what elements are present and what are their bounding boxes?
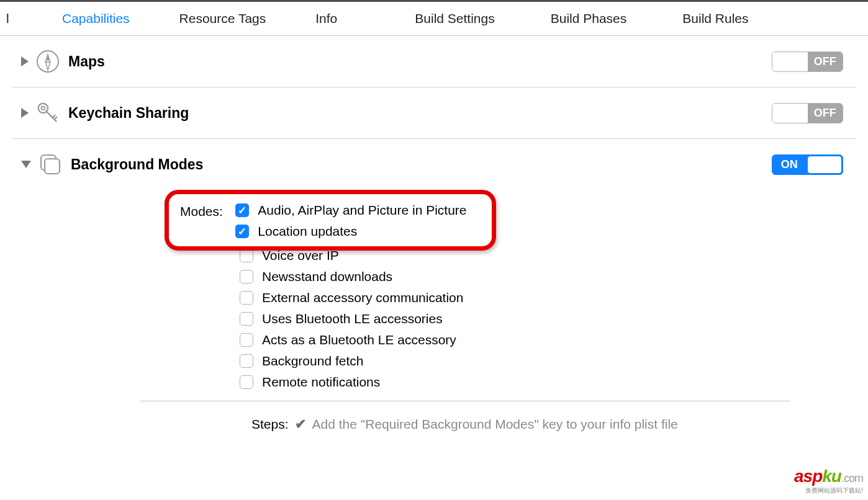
mode-row: Audio, AirPlay and Picture in Picture xyxy=(235,203,466,218)
mode-row: Remote notifications xyxy=(240,375,852,390)
checkmark-icon: ✔ xyxy=(295,416,306,432)
checkbox-voip[interactable] xyxy=(240,249,253,262)
mode-row: Uses Bluetooth LE accessories xyxy=(240,311,852,326)
tab-info[interactable]: Info xyxy=(309,11,343,26)
svg-point-4 xyxy=(42,107,45,110)
svg-marker-1 xyxy=(45,53,50,61)
checkbox-bt-uses[interactable] xyxy=(240,312,253,326)
tab-resource-tags[interactable]: Resource Tags xyxy=(173,11,273,26)
toggle-keychain[interactable]: OFF xyxy=(772,103,843,123)
modes-label: Modes: xyxy=(180,204,223,219)
watermark: aspku.com 免费网站源码下载站! xyxy=(794,467,863,495)
capability-title: Keychain Sharing xyxy=(68,105,772,122)
mode-label: Audio, AirPlay and Picture in Picture xyxy=(258,203,466,218)
checkbox-newsstand[interactable] xyxy=(240,270,253,283)
mode-row: Acts as a Bluetooth LE accessory xyxy=(240,333,852,347)
toggle-on-label: ON xyxy=(772,155,807,174)
mode-row: Location updates xyxy=(235,224,466,239)
tab-build-settings[interactable]: Build Settings xyxy=(409,11,500,26)
toggle-off-label: OFF xyxy=(808,104,843,123)
checkbox-audio[interactable] xyxy=(235,203,249,217)
disclosure-triangle-icon[interactable] xyxy=(21,161,31,168)
capability-title: Maps xyxy=(68,53,772,70)
toggle-off-label: OFF xyxy=(808,52,843,71)
tab-capabilities[interactable]: Capabilities xyxy=(56,11,136,26)
toggle-background-modes[interactable]: ON xyxy=(772,154,843,175)
steps-label: Steps: xyxy=(251,417,289,432)
toggle-maps[interactable]: OFF xyxy=(772,51,843,72)
steps-row: Steps: ✔ Add the "Required Background Mo… xyxy=(251,416,852,432)
mode-label: Remote notifications xyxy=(262,375,380,390)
tab-partial[interactable]: l xyxy=(0,11,12,26)
capability-maps-row: Maps OFF xyxy=(12,36,856,87)
checkbox-remote-notif[interactable] xyxy=(240,375,253,389)
mode-label: Uses Bluetooth LE accessories xyxy=(262,311,443,326)
disclosure-triangle-icon[interactable] xyxy=(21,108,29,118)
stacked-windows-icon xyxy=(37,151,63,177)
checkbox-external-accessory[interactable] xyxy=(240,291,253,305)
mode-row: External accessory communication xyxy=(240,290,852,305)
capability-keychain-row: Keychain Sharing OFF xyxy=(12,87,856,139)
mode-label: Acts as a Bluetooth LE accessory xyxy=(262,333,456,347)
mode-label: Newsstand downloads xyxy=(262,269,392,284)
mode-row: Background fetch xyxy=(240,354,852,368)
mode-label: External accessory communication xyxy=(262,290,463,305)
capability-background-modes-row: Background Modes ON xyxy=(12,139,856,190)
key-icon xyxy=(35,100,61,126)
svg-marker-2 xyxy=(45,61,50,70)
steps-text: Add the "Required Background Modes" key … xyxy=(312,417,678,432)
background-modes-detail: Modes: Audio, AirPlay and Picture in Pic… xyxy=(78,190,852,432)
mode-row: Newsstand downloads xyxy=(240,269,852,284)
highlight-annotation: Modes: Audio, AirPlay and Picture in Pic… xyxy=(165,190,496,251)
capability-title: Background Modes xyxy=(71,156,772,173)
tabs-bar: l Capabilities Resource Tags Info Build … xyxy=(0,2,868,36)
svg-rect-6 xyxy=(45,159,60,174)
tab-build-phases[interactable]: Build Phases xyxy=(545,11,633,26)
tab-build-rules[interactable]: Build Rules xyxy=(676,11,754,26)
disclosure-triangle-icon[interactable] xyxy=(21,56,29,66)
mode-label: Location updates xyxy=(258,224,357,239)
mode-label: Background fetch xyxy=(262,354,363,368)
checkbox-bt-acts[interactable] xyxy=(240,333,253,347)
checkbox-bg-fetch[interactable] xyxy=(240,354,253,368)
compass-icon xyxy=(35,48,61,74)
checkbox-location[interactable] xyxy=(235,225,249,238)
